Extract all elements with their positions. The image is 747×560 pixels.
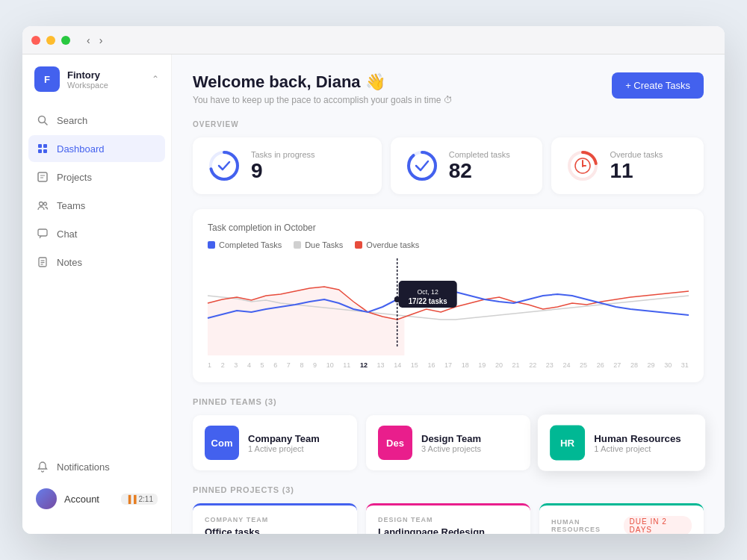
in-progress-label: Tasks in progress (251, 150, 315, 159)
team-badge-hr: HR (550, 426, 585, 461)
svg-text:17/22 tasks: 17/22 tasks (409, 297, 447, 305)
sidebar-item-projects[interactable]: Projects (28, 164, 165, 190)
notes-icon (36, 255, 49, 269)
hr-team-projects: 1 Active project (594, 444, 681, 453)
sidebar-item-notifications[interactable]: Notifications (28, 453, 165, 480)
sidebar-item-teams[interactable]: Teams (28, 192, 165, 219)
back-button[interactable]: ‹ (84, 33, 93, 48)
account-label: Account (64, 494, 114, 505)
project-company-name: Office tasks (205, 526, 345, 534)
team-info-hr: Human Resources 1 Active project (594, 432, 681, 453)
stat-info-overdue: Overdue tasks 11 (610, 150, 663, 181)
stat-card-in-progress: Tasks in progress 9 (193, 137, 382, 194)
svg-rect-5 (43, 149, 47, 153)
project-card-company[interactable]: COMPANY TEAM Office tasks (193, 503, 357, 534)
project-card-hr[interactable]: HUMAN RESOURCES Due in 2 days Hire Devel… (539, 503, 704, 534)
svg-rect-4 (38, 149, 42, 153)
completed-value: 82 (449, 161, 510, 181)
sidebar: F Fintory Workspace ⌃ Search (22, 55, 172, 534)
pinned-teams-title: PINNED TEAMS (3) (193, 397, 704, 406)
stat-card-overdue: Overdue tasks 11 (551, 137, 704, 194)
welcome-title: Welcome back, Diana 👋 (193, 72, 453, 92)
sidebar-item-notes-label: Notes (57, 257, 82, 268)
svg-point-19 (409, 152, 436, 179)
minimize-icon[interactable] (46, 36, 55, 45)
legend-completed-label: Completed Tasks (219, 240, 282, 249)
overdue-label: Overdue tasks (610, 150, 663, 159)
create-tasks-button[interactable]: + Create Tasks (612, 72, 704, 99)
team-badge-design: Des (378, 426, 412, 460)
avatar (36, 488, 57, 509)
chat-icon (36, 227, 49, 240)
legend-overdue-dot (355, 241, 362, 249)
browser-body: F Fintory Workspace ⌃ Search (22, 55, 725, 534)
timer-badge: ▐▐ 2:11 (121, 494, 158, 505)
due-badge: Due in 2 days (624, 516, 692, 534)
svg-rect-2 (38, 144, 42, 148)
account-item[interactable]: Account ▐▐ 2:11 (28, 482, 165, 516)
main-content: Welcome back, Diana 👋 You have to keep u… (172, 55, 725, 534)
pinned-projects-title: PINNED PROJECTS (3) (193, 485, 704, 494)
completed-icon (406, 149, 438, 182)
team-info-design: Design Team 3 Active projects (421, 433, 481, 453)
legend-overdue-label: Overdue tasks (366, 240, 419, 249)
team-info-company: Company Team 1 Active project (248, 433, 320, 453)
team-card-company[interactable]: Com Company Team 1 Active project (193, 415, 357, 470)
timer-icon: ▐▐ (125, 495, 136, 503)
overview-label: OVERVIEW (193, 120, 704, 128)
stat-info-completed: Completed tasks 82 (449, 150, 510, 181)
dashboard-icon (36, 142, 49, 155)
overdue-value: 11 (610, 161, 663, 181)
brand-info: Fintory Workspace (67, 69, 144, 90)
legend-completed-dot (208, 241, 215, 249)
brand-section[interactable]: F Fintory Workspace ⌃ (22, 66, 171, 107)
sidebar-item-dashboard[interactable]: Dashboard (28, 135, 165, 162)
browser-window: ‹ › F Fintory Workspace ⌃ (22, 26, 725, 534)
legend-due: Due Tasks (294, 240, 343, 249)
close-icon[interactable] (31, 36, 40, 45)
sidebar-item-teams-label: Teams (57, 200, 85, 211)
sidebar-item-notes[interactable]: Notes (28, 249, 165, 276)
nav-arrows: ‹ › (84, 33, 105, 48)
team-badge-company: Com (205, 426, 239, 460)
chart-area: Oct, 12 17/22 tasks 12345678910111213141… (208, 258, 689, 369)
notifications-icon (36, 460, 49, 473)
sidebar-item-chat[interactable]: Chat (28, 220, 165, 247)
stat-info-in-progress: Tasks in progress 9 (251, 150, 315, 181)
sidebar-item-search[interactable]: Search (28, 107, 165, 134)
forward-button[interactable]: › (96, 33, 106, 48)
team-card-hr[interactable]: HR Human Resources 1 Active project (538, 414, 705, 470)
teams-icon (36, 199, 49, 212)
design-team-projects: 3 Active projects (421, 444, 481, 453)
project-hr-team: HUMAN RESOURCES Due in 2 days (551, 516, 692, 534)
sidebar-item-notifications-label: Notifications (57, 461, 110, 473)
sidebar-item-dashboard-label: Dashboard (57, 143, 105, 155)
project-card-design[interactable]: DESIGN TEAM Landingpage Redesign (366, 503, 530, 534)
sidebar-item-search-label: Search (57, 115, 87, 126)
svg-point-9 (39, 202, 43, 205)
svg-point-10 (43, 202, 46, 205)
sidebar-nav: Search Dashboard (22, 107, 171, 453)
svg-point-29 (394, 296, 400, 302)
chart-x-labels: 1234567891011121314151617181920212223242… (208, 358, 689, 369)
brand-icon: F (34, 66, 60, 92)
project-design-team: DESIGN TEAM (378, 516, 518, 523)
team-card-design[interactable]: Des Design Team 3 Active projects (366, 415, 530, 470)
maximize-icon[interactable] (61, 36, 70, 45)
svg-rect-11 (38, 229, 47, 236)
chart-title: Task completion in October (208, 223, 689, 233)
stat-card-completed: Completed tasks 82 (391, 137, 543, 194)
company-team-name: Company Team (248, 433, 320, 444)
legend-due-dot (294, 241, 301, 249)
brand-name: Fintory (67, 69, 144, 81)
project-company-team: COMPANY TEAM (205, 516, 345, 523)
sidebar-item-chat-label: Chat (57, 228, 77, 240)
project-design-name: Landingpage Redesign (378, 526, 518, 534)
svg-text:Oct, 12: Oct, 12 (418, 288, 438, 296)
brand-chevron-icon[interactable]: ⌃ (152, 74, 159, 84)
svg-rect-6 (38, 172, 47, 181)
svg-line-1 (45, 122, 48, 125)
svg-rect-3 (43, 144, 47, 148)
legend-completed: Completed Tasks (208, 240, 282, 249)
in-progress-icon (208, 149, 241, 182)
